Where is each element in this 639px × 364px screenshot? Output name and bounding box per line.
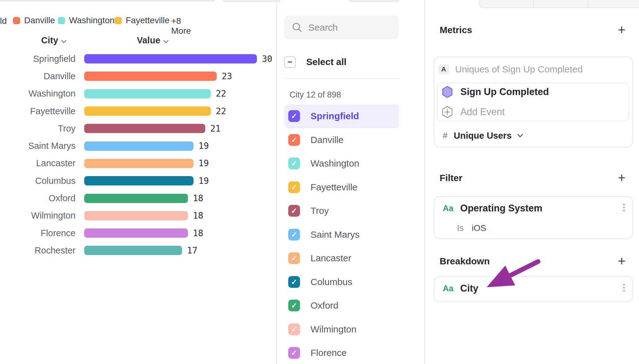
filter-value: iOS <box>472 223 486 233</box>
chart-bar[interactable] <box>84 141 193 151</box>
city-list-item[interactable]: ✓Troy <box>284 199 399 223</box>
city-list-item[interactable]: ✓Lancaster <box>284 246 399 270</box>
chevron-down-icon <box>61 35 66 46</box>
city-list-item[interactable]: ✓Fayetteville <box>284 176 399 199</box>
number-icon: # <box>443 131 448 141</box>
chart-bar[interactable] <box>84 228 188 238</box>
metric-letter-badge: A <box>438 64 449 74</box>
event-row[interactable]: Sign Up Completed <box>442 86 549 98</box>
city-label: Saint Marys <box>311 229 359 240</box>
city-label: Wilmington <box>311 324 356 335</box>
chart-bar[interactable] <box>84 194 188 203</box>
chart-value-label: 19 <box>198 176 209 186</box>
chart-bar[interactable] <box>84 89 211 98</box>
metric-summary-row[interactable]: A Uniques of Sign Up Completed <box>438 64 583 75</box>
city-list-item[interactable]: ✓Saint Marys <box>284 223 399 247</box>
chart-value-label: 18 <box>193 193 203 203</box>
city-checkbox-checked[interactable]: ✓ <box>288 134 300 146</box>
filter-section-title: Filter <box>440 173 462 183</box>
filter-property-row[interactable]: Aa Operating System <box>443 202 542 214</box>
city-list-item[interactable]: ✓Springfield <box>284 104 399 128</box>
breakdown-options-kebab-icon[interactable] <box>621 284 627 292</box>
chart-row: Troy21 <box>0 120 276 137</box>
legend-item[interactable]: Danville <box>13 15 55 25</box>
chart-bar[interactable] <box>84 176 193 185</box>
chart-row: Columbus19 <box>0 172 276 189</box>
legend-item[interactable]: Fayetteville <box>115 15 170 25</box>
filter-options-kebab-icon[interactable] <box>621 204 627 211</box>
event-hexagon-icon <box>442 86 453 98</box>
top-segmented-control[interactable] <box>479 0 639 8</box>
city-checkbox-checked[interactable]: ✓ <box>288 347 300 359</box>
city-label: Florence <box>311 348 347 358</box>
add-metric-button[interactable]: + <box>615 24 628 36</box>
chart-row: Springfield30 <box>0 50 276 67</box>
top-clipped-button <box>223 0 281 2</box>
select-all-label: Select all <box>306 57 346 67</box>
chart-category-label: Washington <box>0 89 76 99</box>
add-filter-button[interactable]: + <box>615 172 628 184</box>
city-checkbox-checked[interactable]: ✓ <box>288 110 300 122</box>
city-checkbox-checked[interactable]: ✓ <box>288 181 300 193</box>
chart-bar[interactable] <box>84 159 193 168</box>
aggregation-label: Unique Users <box>454 131 512 141</box>
chart-value-label: 22 <box>216 106 226 116</box>
chart-bar[interactable] <box>84 72 217 81</box>
chart-bar[interactable] <box>84 246 182 255</box>
legend-label: Washington <box>69 15 115 25</box>
city-checkbox-checked[interactable]: ✓ <box>288 323 300 335</box>
legend-more-link[interactable]: +8 More <box>171 16 191 36</box>
city-list-item[interactable]: ✓Columbus <box>284 270 399 294</box>
chart-row: Danville23 <box>0 67 276 85</box>
city-label: Danville <box>311 135 344 145</box>
legend-label: Danville <box>24 15 55 25</box>
city-label: Columbus <box>311 277 352 287</box>
chart-category-label: Wilmington <box>0 210 76 221</box>
chart-value-label: 22 <box>216 89 226 99</box>
chart-row: Lancaster19 <box>0 155 276 172</box>
chart-bar[interactable] <box>84 54 257 63</box>
segment-divider <box>588 0 588 7</box>
chart-row: Saint Marys19 <box>0 137 276 154</box>
add-event-row[interactable]: Add Event <box>442 106 505 118</box>
chart-bar[interactable] <box>84 106 211 116</box>
chart-bar[interactable] <box>84 124 205 133</box>
add-breakdown-button[interactable]: + <box>615 255 628 267</box>
filter-operator: Is <box>457 223 464 233</box>
string-property-icon: Aa <box>443 284 454 293</box>
panel-divider <box>424 0 425 364</box>
chart-bar[interactable] <box>84 211 188 220</box>
city-checkbox-checked[interactable]: ✓ <box>288 205 300 217</box>
city-checkbox-checked[interactable]: ✓ <box>288 158 300 169</box>
search-input[interactable]: Search <box>284 15 399 39</box>
city-list-item[interactable]: ✓Wilmington <box>284 318 399 341</box>
chart-row: Rochester17 <box>0 242 276 259</box>
legend-item[interactable]: Washington <box>58 15 115 25</box>
value-column-header[interactable]: Value <box>137 35 168 46</box>
city-list-item[interactable]: ✓Danville <box>284 128 399 152</box>
select-all-row[interactable]: − Select all <box>284 54 399 69</box>
chart-category-label: Lancaster <box>0 158 76 168</box>
breakdown-property-row[interactable]: Aa City <box>443 282 478 295</box>
city-list-item[interactable]: ✓Washington <box>284 152 399 176</box>
legend-item-clipped[interactable]: ld <box>0 16 7 26</box>
city-checkbox-checked[interactable]: ✓ <box>288 300 300 311</box>
chart-value-label: 21 <box>210 124 221 134</box>
segment-divider <box>533 0 534 7</box>
city-checkbox-checked[interactable]: ✓ <box>288 229 300 240</box>
aggregation-selector[interactable]: # Unique Users <box>443 130 523 141</box>
add-event-hexagon-plus-icon <box>442 106 453 118</box>
divider <box>284 78 399 79</box>
panel-divider <box>276 0 277 364</box>
city-list-item[interactable]: ✓Oxford <box>284 294 399 318</box>
city-label: Lancaster <box>311 253 351 263</box>
city-checkbox-checked[interactable]: ✓ <box>288 276 300 288</box>
chevron-down-icon <box>517 134 523 137</box>
chart-row: Florence18 <box>0 224 276 242</box>
chart-category-label: Danville <box>0 71 76 81</box>
city-column-header[interactable]: City <box>41 35 66 46</box>
filter-condition-row[interactable]: Is iOS <box>457 223 486 233</box>
city-list-item[interactable]: ✓Florence <box>284 341 399 364</box>
select-all-checkbox-indeterminate[interactable]: − <box>284 56 296 68</box>
city-checkbox-checked[interactable]: ✓ <box>288 252 300 264</box>
